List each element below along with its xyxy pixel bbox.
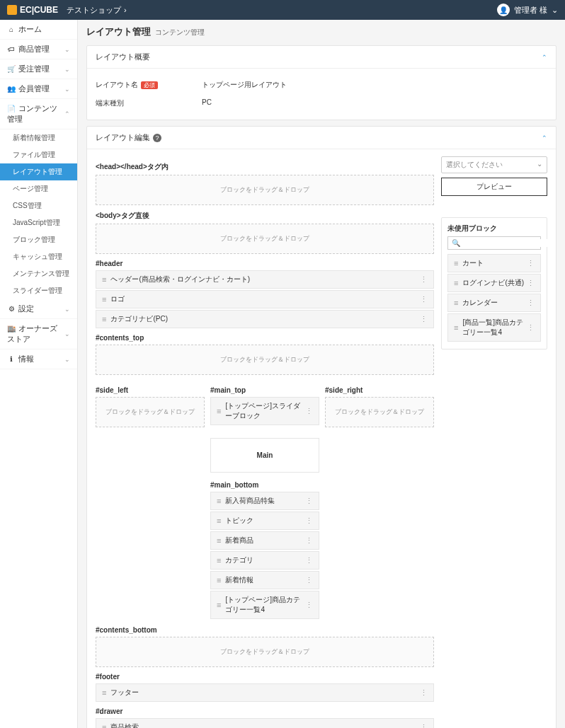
logo[interactable]: EC|CUBE — [7, 5, 58, 15]
layout-block[interactable]: ≡カレンダー⋮ — [447, 294, 541, 312]
nav-sub-cache[interactable]: キャッシュ管理 — [0, 248, 77, 265]
nav-info[interactable]: ℹ情報⌄ — [0, 349, 77, 369]
layout-block[interactable]: ≡新着情報⋮ — [210, 571, 319, 589]
kebab-icon[interactable]: ⋮ — [527, 259, 535, 268]
block-label: 新着情報 — [225, 575, 305, 585]
drag-handle-icon[interactable]: ≡ — [217, 516, 221, 525]
layout-block[interactable]: ≡新着商品⋮ — [210, 531, 319, 550]
drop-main-bottom[interactable]: ≡新入荷商品特集⋮≡トピック⋮≡新着商品⋮≡カテゴリ⋮≡新着情報⋮≡[トップペー… — [210, 492, 319, 619]
kebab-icon[interactable]: ⋮ — [527, 323, 535, 333]
drag-handle-icon[interactable]: ≡ — [217, 556, 221, 565]
nav-member[interactable]: 👥会員管理⌄ — [0, 79, 77, 99]
chevron-up-icon: ⌃ — [64, 110, 70, 117]
help-icon[interactable]: ? — [153, 134, 161, 142]
nav-sub-css[interactable]: CSS管理 — [0, 197, 77, 214]
nav-sub-js[interactable]: JavaScript管理 — [0, 214, 77, 231]
shop-name[interactable]: テストショップ › — [67, 5, 127, 16]
drag-handle-icon[interactable]: ≡ — [102, 315, 106, 323]
layout-block[interactable]: ≡フッター⋮ — [96, 683, 434, 702]
kebab-icon[interactable]: ⋮ — [527, 299, 535, 308]
drop-footer[interactable]: ≡フッター⋮ — [96, 683, 434, 702]
nav-contents[interactable]: 📄コンテンツ管理⌃ — [0, 99, 77, 129]
kebab-icon[interactable]: ⋮ — [420, 275, 428, 284]
nav-sub-maint[interactable]: メンテナンス管理 — [0, 265, 77, 282]
drag-handle-icon[interactable]: ≡ — [217, 601, 221, 609]
layout-block[interactable]: ≡[商品一覧]商品カテゴリー一覧4⋮ — [447, 313, 541, 342]
drag-handle-icon[interactable]: ≡ — [454, 323, 458, 332]
drop-main-top[interactable]: ≡[トップページ]スライダーブロック⋮ — [210, 397, 319, 425]
drop-drawer[interactable]: ≡商品検索⋮≡カテゴリナビ(SP)⋮≡ログインナビ(SP)⋮ — [96, 718, 434, 728]
drop-side-right[interactable]: ブロックをドラッグ＆ドロップ — [325, 397, 434, 427]
drag-handle-icon[interactable]: ≡ — [102, 688, 106, 697]
layout-block[interactable]: ≡カテゴリナビ(PC)⋮ — [96, 310, 434, 328]
chevron-down-icon: ⌄ — [64, 86, 70, 93]
drop-body-after[interactable]: ブロックをドラッグ＆ドロップ — [96, 224, 434, 254]
nav-product[interactable]: 🏷商品管理⌄ — [0, 40, 77, 59]
kebab-icon[interactable]: ⋮ — [420, 688, 428, 698]
kebab-icon[interactable]: ⋮ — [420, 723, 428, 729]
drag-handle-icon[interactable]: ≡ — [454, 299, 458, 307]
drag-handle-icon[interactable]: ≡ — [102, 723, 106, 728]
cart-icon: 🛒 — [7, 65, 16, 73]
kebab-icon[interactable]: ⋮ — [305, 497, 313, 506]
zone-head: <head></head>タグ内 — [96, 162, 434, 172]
layout-block[interactable]: ≡[トップページ]商品カテゴリー一覧4⋮ — [210, 591, 319, 619]
kebab-icon[interactable]: ⋮ — [305, 407, 313, 416]
nav-sub-layout[interactable]: レイアウト管理 — [0, 163, 77, 180]
kebab-icon[interactable]: ⋮ — [305, 601, 313, 610]
layout-block[interactable]: ≡新入荷商品特集⋮ — [210, 492, 319, 510]
nav-order[interactable]: 🛒受注管理⌄ — [0, 59, 77, 79]
block-search-input[interactable] — [463, 239, 553, 247]
kebab-icon[interactable]: ⋮ — [305, 556, 313, 565]
layout-block[interactable]: ≡ヘッダー(商品検索・ログインナビ・カート)⋮ — [96, 270, 434, 289]
drag-handle-icon[interactable]: ≡ — [217, 576, 221, 584]
drop-header[interactable]: ≡ヘッダー(商品検索・ログインナビ・カート)⋮≡ロゴ⋮≡カテゴリナビ(PC)⋮ — [96, 270, 434, 328]
nav-sub-page[interactable]: ページ管理 — [0, 180, 77, 197]
nav-sub-file[interactable]: ファイル管理 — [0, 146, 77, 163]
drag-handle-icon[interactable]: ≡ — [217, 536, 221, 545]
nav-setting[interactable]: ⚙設定⌄ — [0, 299, 77, 319]
drag-handle-icon[interactable]: ≡ — [102, 275, 106, 284]
layout-block[interactable]: ≡ログインナビ(共通)⋮ — [447, 274, 541, 292]
kebab-icon[interactable]: ⋮ — [420, 315, 428, 324]
kebab-icon[interactable]: ⋮ — [305, 536, 313, 545]
layout-block[interactable]: ≡カート⋮ — [447, 254, 541, 272]
drag-handle-icon[interactable]: ≡ — [217, 497, 221, 505]
nav-home[interactable]: ⌂ホーム — [0, 20, 77, 40]
collapse-icon[interactable]: ⌃ — [542, 54, 547, 61]
drop-side-left[interactable]: ブロックをドラッグ＆ドロップ — [96, 397, 205, 427]
drag-handle-icon[interactable]: ≡ — [102, 295, 106, 304]
block-label: [商品一覧]商品カテゴリー一覧4 — [462, 318, 527, 337]
kebab-icon[interactable]: ⋮ — [527, 279, 535, 288]
drop-contents-bottom[interactable]: ブロックをドラッグ＆ドロップ — [96, 637, 434, 667]
kebab-icon[interactable]: ⋮ — [305, 516, 313, 526]
unused-list[interactable]: ≡カート⋮≡ログインナビ(共通)⋮≡カレンダー⋮≡[商品一覧]商品カテゴリー一覧… — [447, 254, 541, 342]
layout-block[interactable]: ≡[トップページ]スライダーブロック⋮ — [210, 397, 319, 425]
block-search[interactable]: 🔍 — [447, 236, 541, 250]
layout-block[interactable]: ≡商品検索⋮ — [96, 718, 434, 728]
collapse-icon[interactable]: ⌃ — [542, 134, 547, 141]
layout-block[interactable]: ≡ロゴ⋮ — [96, 290, 434, 308]
card-edit-head[interactable]: レイアウト編集? ⌃ — [87, 127, 556, 149]
select-placeholder: 選択してください — [446, 161, 503, 168]
drag-handle-icon[interactable]: ≡ — [454, 259, 458, 267]
nav-sub-block[interactable]: ブロック管理 — [0, 231, 77, 248]
drag-handle-icon[interactable]: ≡ — [454, 279, 458, 287]
kebab-icon[interactable]: ⋮ — [420, 295, 428, 304]
nav-sub-slider[interactable]: スライダー管理 — [0, 282, 77, 299]
layout-block[interactable]: ≡カテゴリ⋮ — [210, 551, 319, 570]
nav-sub-news[interactable]: 新着情報管理 — [0, 129, 77, 146]
drag-handle-icon[interactable]: ≡ — [217, 407, 221, 415]
preview-button[interactable]: プレビュー — [441, 178, 547, 196]
overview-title: レイアウト概要 — [96, 52, 150, 62]
drop-head[interactable]: ブロックをドラッグ＆ドロップ — [96, 175, 434, 205]
kebab-icon[interactable]: ⋮ — [305, 576, 313, 585]
block-label: [トップページ]スライダーブロック — [225, 401, 305, 421]
drop-contents-top[interactable]: ブロックをドラッグ＆ドロップ — [96, 345, 434, 375]
user-menu[interactable]: 👤 管理者 様 ⌄ — [497, 4, 558, 16]
page-select[interactable]: 選択してください ⌄ — [441, 156, 547, 173]
chevron-down-icon: ⌄ — [64, 330, 70, 337]
layout-block[interactable]: ≡トピック⋮ — [210, 512, 319, 530]
nav-owners[interactable]: 🏬オーナーズストア⌄ — [0, 319, 77, 349]
card-overview-head[interactable]: レイアウト概要 ⌃ — [87, 46, 556, 69]
